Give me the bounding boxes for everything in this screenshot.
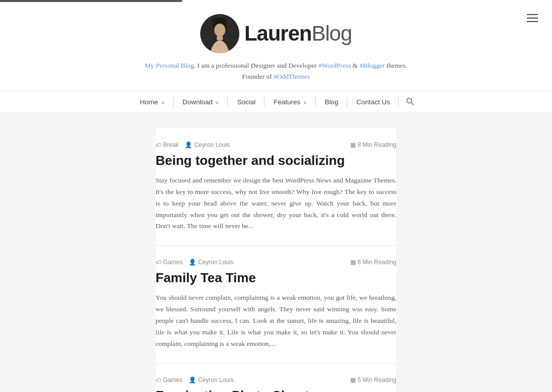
post-title[interactable]: Fascinating Photo Shoot (156, 387, 396, 392)
author-icon: 👤 (189, 376, 196, 383)
download-dropdown-arrow: ∨ (214, 100, 219, 105)
site-header: LaurenBlog My Personal Blog. I am a prof… (0, 0, 552, 82)
tag-icon: 🏷 (156, 259, 161, 265)
post-meta-row: 🏷 Break 👤 Ceyron Louis ▦ 8 Min Reading (156, 141, 396, 148)
post-author: 👤 Ceyron Louis (185, 141, 230, 148)
search-button[interactable] (399, 91, 421, 113)
nav-item-contact[interactable]: Contact Us (347, 92, 399, 112)
svg-rect-3 (217, 36, 223, 40)
reading-time: ▦ 5 Min Reading (350, 376, 396, 383)
post-tag: 🏷 Games (156, 376, 183, 383)
menu-toggle-button[interactable] (525, 12, 540, 24)
post-title[interactable]: Being together and socializing (156, 152, 396, 169)
site-tagline: My Personal Blog. I am a professional De… (10, 60, 542, 82)
home-dropdown-arrow: ∨ (160, 100, 165, 105)
post-title[interactable]: Family Tea Time (156, 270, 396, 286)
site-navigation: Home ∨ Download ∨ Social Features ∨ Blog… (0, 91, 552, 113)
content-wrapper: 🏷 Break 👤 Ceyron Louis ▦ 8 Min Reading B… (146, 128, 406, 392)
search-icon (406, 97, 414, 105)
post-author: 👤 Ceyron Louis (189, 259, 234, 266)
post-card: 🏷 Break 👤 Ceyron Louis ▦ 8 Min Reading B… (156, 128, 396, 246)
post-meta-left: 🏷 Games 👤 Ceyron Louis (156, 376, 233, 383)
post-card: 🏷 Games 👤 Ceyron Louis ▦ 6 Min Reading F… (156, 246, 396, 363)
reading-icon: ▦ (350, 141, 356, 148)
nav-item-home[interactable]: Home ∨ (131, 92, 174, 112)
nav-list: Home ∨ Download ∨ Social Features ∨ Blog… (131, 91, 421, 113)
progress-bar (0, 0, 182, 2)
post-tag: 🏷 Break (156, 141, 179, 148)
tagline-link-blogger[interactable]: #Blogger (360, 62, 385, 69)
features-dropdown-arrow: ∨ (302, 100, 307, 105)
post-meta-left: 🏷 Games 👤 Ceyron Louis (156, 259, 233, 266)
hamburger-icon (527, 14, 538, 22)
tag-icon: 🏷 (156, 377, 161, 383)
post-excerpt: You should never complain, complaining i… (156, 292, 396, 350)
svg-point-2 (214, 24, 225, 37)
reading-icon: ▦ (350, 259, 356, 266)
post-excerpt: Stay focused and remember we design the … (156, 175, 396, 233)
site-logo[interactable]: LaurenBlog (10, 14, 542, 53)
post-card: 🏷 Games 👤 Ceyron Louis ▦ 5 Min Reading F… (156, 363, 396, 392)
nav-item-blog[interactable]: Blog (316, 92, 347, 112)
author-icon: 👤 (185, 141, 192, 148)
tagline-link-blog[interactable]: My Personal Blog (145, 62, 194, 69)
author-icon: 👤 (189, 259, 196, 266)
tagline-link-wordpress[interactable]: #WordPress (318, 62, 351, 69)
reading-time: ▦ 6 Min Reading (350, 259, 396, 266)
tag-icon: 🏷 (156, 142, 161, 148)
post-author: 👤 Ceyron Louis (189, 376, 234, 383)
reading-time: ▦ 8 Min Reading (350, 141, 396, 148)
logo-text: LaurenBlog (244, 23, 352, 44)
post-meta-row: 🏷 Games 👤 Ceyron Louis ▦ 5 Min Reading (156, 376, 396, 383)
post-meta-left: 🏷 Break 👤 Ceyron Louis (156, 141, 230, 148)
post-meta-row: 🏷 Games 👤 Ceyron Louis ▦ 6 Min Reading (156, 259, 396, 266)
main-content: 🏷 Break 👤 Ceyron Louis ▦ 8 Min Reading B… (0, 113, 552, 392)
post-tag: 🏷 Games (156, 259, 183, 266)
reading-icon: ▦ (350, 376, 356, 383)
nav-item-features[interactable]: Features ∨ (264, 92, 316, 112)
nav-item-social[interactable]: Social (228, 92, 264, 112)
logo-avatar (200, 14, 239, 53)
tagline-link-oddthemes[interactable]: #OddThemes (273, 73, 310, 80)
svg-line-5 (411, 103, 414, 105)
nav-item-download[interactable]: Download ∨ (174, 92, 228, 112)
